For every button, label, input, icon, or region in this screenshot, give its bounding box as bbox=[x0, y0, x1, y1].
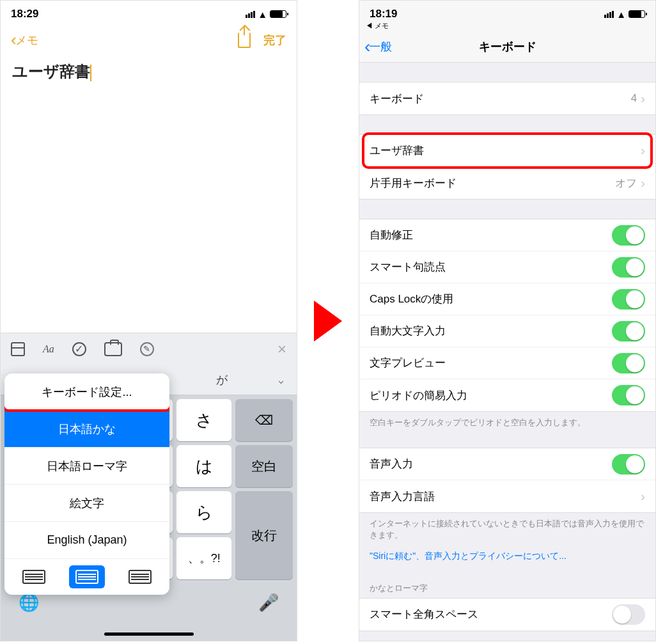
toggle-on[interactable] bbox=[612, 225, 645, 246]
mic-icon[interactable]: 🎤 bbox=[258, 593, 279, 613]
space-key[interactable]: 空白 bbox=[235, 445, 293, 487]
cell-label: 片手用キーボード bbox=[370, 176, 457, 191]
expand-suggestions[interactable]: ⌄ bbox=[266, 373, 297, 387]
key-ha[interactable]: は bbox=[176, 445, 231, 487]
cell-label: 音声入力 bbox=[370, 457, 413, 471]
format-icon[interactable]: Aa bbox=[43, 343, 54, 355]
arrow-icon bbox=[314, 301, 342, 342]
full-space-cell[interactable]: スマート全角スペース bbox=[359, 599, 655, 631]
status-bar: 18:29 ▲ bbox=[1, 1, 297, 22]
cell-value: オフ bbox=[615, 176, 637, 191]
note-title-text: ユーザ辞書 bbox=[12, 63, 90, 80]
cell-label: ピリオドの簡易入力 bbox=[370, 388, 467, 403]
kb-option-emoji[interactable]: 絵文字 bbox=[4, 485, 169, 522]
camera-icon[interactable] bbox=[104, 342, 122, 356]
auto-caps-cell[interactable]: 自動大文字入力 bbox=[359, 315, 655, 347]
text-cursor bbox=[90, 65, 91, 81]
cell-label: Caps Lockの使用 bbox=[370, 292, 453, 306]
toggle-on[interactable] bbox=[612, 321, 645, 342]
dictation-footer: インターネットに接続されていないときでも日本語では音声入力を使用できます。 bbox=[359, 513, 655, 541]
dictation-cell[interactable]: 音声入力 bbox=[359, 448, 655, 480]
share-icon[interactable] bbox=[238, 33, 251, 48]
cell-label: 自動修正 bbox=[370, 228, 413, 242]
wifi-icon: ▲ bbox=[258, 9, 267, 20]
toggle-on[interactable] bbox=[612, 289, 645, 310]
period-footer: 空白キーをダブルタップでピリオドと空白を入力します。 bbox=[359, 412, 655, 428]
home-indicator[interactable] bbox=[104, 632, 194, 636]
kana-section-header: かなとローマ字 bbox=[359, 571, 655, 598]
period-cell[interactable]: ピリオドの簡易入力 bbox=[359, 379, 655, 411]
settings-nav: ‹一般 キーボード bbox=[359, 31, 655, 63]
kb-option-romaji[interactable]: 日本語ローマ字 bbox=[4, 448, 169, 485]
signal-icon bbox=[246, 11, 255, 18]
cell-label: ユーザ辞書 bbox=[370, 143, 424, 158]
notes-phone: 18:29 ▲ ‹ メモ 完了 ユーザ辞書 Aa ✓ ✎ × に を が ⌄ bbox=[0, 0, 297, 641]
key-ra[interactable]: ら bbox=[176, 491, 231, 533]
smart-punct-cell[interactable]: スマート句読点 bbox=[359, 251, 655, 283]
keyboard-switcher-popup: キーボード設定... 日本語かな 日本語ローマ字 絵文字 English (Ja… bbox=[4, 373, 169, 595]
caps-lock-cell[interactable]: Caps Lockの使用 bbox=[359, 283, 655, 315]
kb-option-english[interactable]: English (Japan) bbox=[4, 522, 169, 559]
status-time: 18:19 bbox=[370, 8, 397, 20]
chevron-right-icon: › bbox=[641, 143, 645, 158]
one-hand-cell[interactable]: 片手用キーボード オフ › bbox=[359, 167, 655, 199]
battery-icon bbox=[629, 10, 645, 18]
status-bar: 18:19 ▲ bbox=[359, 1, 655, 22]
enter-key[interactable]: 改行 bbox=[235, 491, 293, 579]
wifi-icon: ▲ bbox=[616, 9, 626, 20]
chevron-right-icon: › bbox=[641, 91, 645, 106]
nav-back-button[interactable]: ‹一般 bbox=[364, 36, 392, 57]
settings-phone: 18:19 ▲ ◀ メモ ‹一般 キーボード キーボード 4 › ユーザ辞書 ›… bbox=[359, 0, 656, 641]
candidate-bar: Aa ✓ ✎ × bbox=[1, 333, 297, 365]
checklist-icon[interactable]: ✓ bbox=[72, 342, 86, 356]
cell-label: スマート句読点 bbox=[370, 260, 446, 274]
status-icons: ▲ bbox=[604, 9, 645, 20]
toggle-on[interactable] bbox=[612, 257, 645, 278]
cell-label: 音声入力言語 bbox=[370, 489, 435, 504]
signal-icon bbox=[604, 11, 614, 18]
table-icon[interactable] bbox=[11, 342, 25, 356]
toggle-on[interactable] bbox=[612, 353, 645, 373]
cell-value: 4 bbox=[631, 92, 637, 105]
notes-nav: ‹ メモ 完了 bbox=[1, 22, 297, 56]
highlight-box bbox=[4, 373, 169, 412]
kb-left-icon[interactable] bbox=[16, 565, 52, 588]
toggle-off[interactable] bbox=[612, 604, 645, 625]
globe-icon[interactable]: 🌐 bbox=[19, 593, 39, 613]
kb-layout-icons bbox=[4, 559, 169, 595]
auto-correct-cell[interactable]: 自動修正 bbox=[359, 219, 655, 251]
toggle-on[interactable] bbox=[612, 385, 645, 405]
cell-label: 文字プレビュー bbox=[370, 356, 446, 370]
nav-title: キーボード bbox=[479, 39, 536, 54]
siri-privacy-link[interactable]: "Siriに頼む"、音声入力とプライバシーについて... bbox=[359, 542, 655, 571]
key-sa[interactable]: さ bbox=[176, 399, 231, 441]
toggle-on[interactable] bbox=[612, 454, 645, 475]
suggestion[interactable]: が bbox=[178, 372, 266, 388]
markup-icon[interactable]: ✎ bbox=[140, 342, 154, 356]
key-sym[interactable]: 、。?! bbox=[176, 537, 231, 579]
delete-key[interactable]: ⌫ bbox=[235, 399, 293, 441]
dictation-lang-cell[interactable]: 音声入力言語› bbox=[359, 480, 655, 512]
kb-option-kana[interactable]: 日本語かな bbox=[4, 411, 169, 448]
close-icon[interactable]: × bbox=[277, 340, 286, 358]
chevron-right-icon: › bbox=[641, 176, 645, 191]
done-button[interactable]: 完了 bbox=[263, 33, 286, 48]
kb-right-icon[interactable] bbox=[122, 565, 158, 588]
nav-back-label: 一般 bbox=[369, 39, 392, 54]
status-time: 18:29 bbox=[11, 8, 38, 20]
back-label: メモ bbox=[15, 33, 38, 48]
cell-label: スマート全角スペース bbox=[370, 607, 478, 622]
arrow bbox=[297, 0, 359, 641]
status-icons: ▲ bbox=[246, 9, 286, 20]
user-dictionary-cell[interactable]: ユーザ辞書 › bbox=[359, 135, 655, 167]
cell-label: キーボード bbox=[370, 91, 424, 106]
char-preview-cell[interactable]: 文字プレビュー bbox=[359, 347, 655, 379]
back-to-app[interactable]: ◀ メモ bbox=[359, 21, 655, 31]
kb-full-icon[interactable] bbox=[69, 565, 105, 588]
back-button[interactable]: ‹ メモ bbox=[11, 30, 38, 50]
back-app-label: メモ bbox=[375, 22, 389, 29]
keyboards-cell[interactable]: キーボード 4 › bbox=[359, 82, 655, 114]
chevron-right-icon: › bbox=[641, 489, 645, 504]
battery-icon bbox=[270, 10, 286, 18]
note-title[interactable]: ユーザ辞書 bbox=[1, 56, 297, 87]
